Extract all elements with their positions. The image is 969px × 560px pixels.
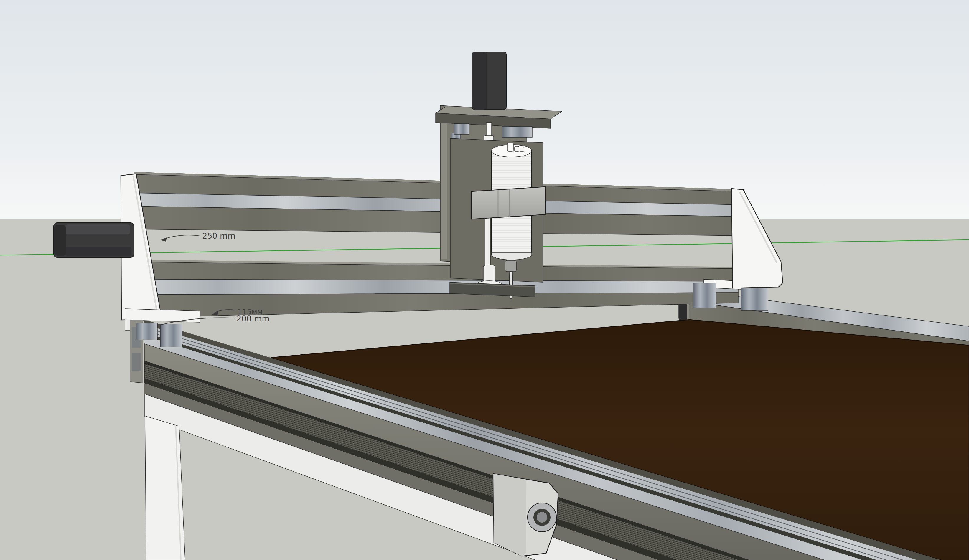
x-motor-top-band — [65, 224, 130, 234]
z-bearing-block-left — [454, 124, 469, 134]
collet-nut — [505, 261, 516, 272]
spindle-terminal-3 — [520, 147, 524, 151]
left-rail-carriage-1 — [136, 323, 157, 340]
z-bearing-block-right — [502, 127, 532, 137]
right-rail-carriage-2 — [741, 285, 768, 311]
x-stepper-motor — [53, 223, 134, 258]
left-rail-carriage-2 — [160, 324, 182, 347]
z-screw-upper — [486, 123, 491, 136]
right-rail-carriage-1 — [693, 283, 716, 308]
x-motor-end-cap — [54, 225, 66, 256]
z-column-left-edge — [441, 112, 447, 259]
table-leg — [145, 416, 185, 560]
left-foot-reflection-2 — [132, 354, 141, 371]
z-motor-left-half — [472, 52, 486, 110]
lower-beam-steel-rail — [147, 279, 738, 294]
bearing-block-front-face — [493, 474, 526, 556]
spindle-terminal-2 — [514, 146, 519, 151]
scene-canvas: 250 mm 115мм 200 mm — [0, 0, 969, 560]
z-screw-lower-nut — [483, 265, 495, 283]
cad-3d-viewport[interactable]: 250 mm 115мм 200 mm — [0, 0, 969, 560]
x-motor-bottom-shade — [65, 247, 132, 256]
spindle-terminal-1 — [508, 143, 513, 151]
clamp-body — [471, 187, 545, 219]
lead-screw-bearing-block — [493, 474, 558, 556]
dim-label-250: 250 mm — [202, 231, 235, 240]
dim-label-200: 200 mm — [236, 314, 270, 323]
spindle-clamp — [471, 187, 545, 219]
bearing-rod-end — [537, 512, 547, 523]
